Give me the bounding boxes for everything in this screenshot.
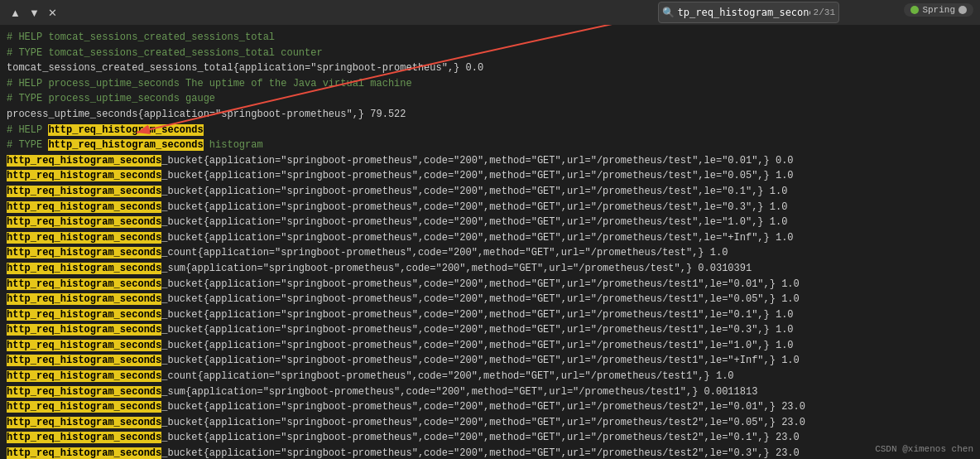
search-close-button[interactable]: ✕ xyxy=(45,6,60,20)
line-18: http_req_histogram_seconds_bucket{applic… xyxy=(7,307,973,323)
search-bar[interactable]: 🔍 2/31 xyxy=(658,2,839,23)
line-5: process_uptime_seconds{application="spri… xyxy=(7,107,973,123)
search-nav[interactable]: ▲ ▼ ✕ xyxy=(7,6,60,20)
line-17: http_req_histogram_seconds_bucket{applic… xyxy=(7,292,973,307)
code-content: # HELP tomcat_sessions_created_sessions_… xyxy=(0,25,980,459)
search-icon: 🔍 xyxy=(662,7,675,19)
line-23: http_req_histogram_seconds_sum{applicati… xyxy=(7,384,973,400)
line-26: http_req_histogram_seconds_bucket{applic… xyxy=(7,430,973,446)
line-25: http_req_histogram_seconds_bucket{applic… xyxy=(7,415,973,431)
search-input[interactable] xyxy=(678,7,810,18)
line-11: http_req_histogram_seconds_bucket{applic… xyxy=(7,200,973,215)
line-7: # TYPE http_req_histogram_seconds histog… xyxy=(7,138,973,153)
line-14: http_req_histogram_seconds_count{applica… xyxy=(7,245,973,261)
line-27: http_req_histogram_seconds_bucket{applic… xyxy=(7,446,973,459)
line-6: # HELP http_req_histogram_seconds xyxy=(7,123,973,138)
line-12: http_req_histogram_seconds_bucket{applic… xyxy=(7,215,973,230)
line-10: http_req_histogram_seconds_bucket{applic… xyxy=(7,184,973,200)
line-9: http_req_histogram_seconds_bucket{applic… xyxy=(7,168,973,184)
search-count: 2/31 xyxy=(814,7,835,17)
line-3: # HELP process_uptime_seconds The uptime… xyxy=(7,76,973,92)
spring-label: Spring xyxy=(922,5,955,15)
spring-active-icon xyxy=(910,6,919,14)
line-8: http_req_histogram_seconds_bucket{applic… xyxy=(7,153,973,169)
line-19: http_req_histogram_seconds_bucket{applic… xyxy=(7,322,973,338)
line-24: http_req_histogram_seconds_bucket{applic… xyxy=(7,399,973,415)
line-2: tomcat_sessions_created_sessions_total{a… xyxy=(7,60,973,76)
spring-status-icon xyxy=(958,6,967,14)
line-22: http_req_histogram_seconds_count{applica… xyxy=(7,369,973,384)
search-next-button[interactable]: ▼ xyxy=(26,6,43,20)
line-20: http_req_histogram_seconds_bucket{applic… xyxy=(7,338,973,354)
line-4: # TYPE process_uptime_seconds gauge xyxy=(7,91,973,107)
line-0: # HELP tomcat_sessions_created_sessions_… xyxy=(7,30,973,46)
line-13: http_req_histogram_seconds_bucket{applic… xyxy=(7,230,973,246)
line-15: http_req_histogram_seconds_sum{applicati… xyxy=(7,261,973,277)
top-bar: 🔍 2/31 ▲ ▼ ✕ Spring xyxy=(0,0,980,25)
search-prev-button[interactable]: ▲ xyxy=(7,6,24,20)
watermark: CSDN @ximenos chen xyxy=(875,444,973,454)
line-16: http_req_histogram_seconds_bucket{applic… xyxy=(7,277,973,292)
spring-badge: Spring xyxy=(904,3,973,17)
line-1: # TYPE tomcat_sessions_created_sessions_… xyxy=(7,46,973,61)
line-21: http_req_histogram_seconds_bucket{applic… xyxy=(7,353,973,369)
